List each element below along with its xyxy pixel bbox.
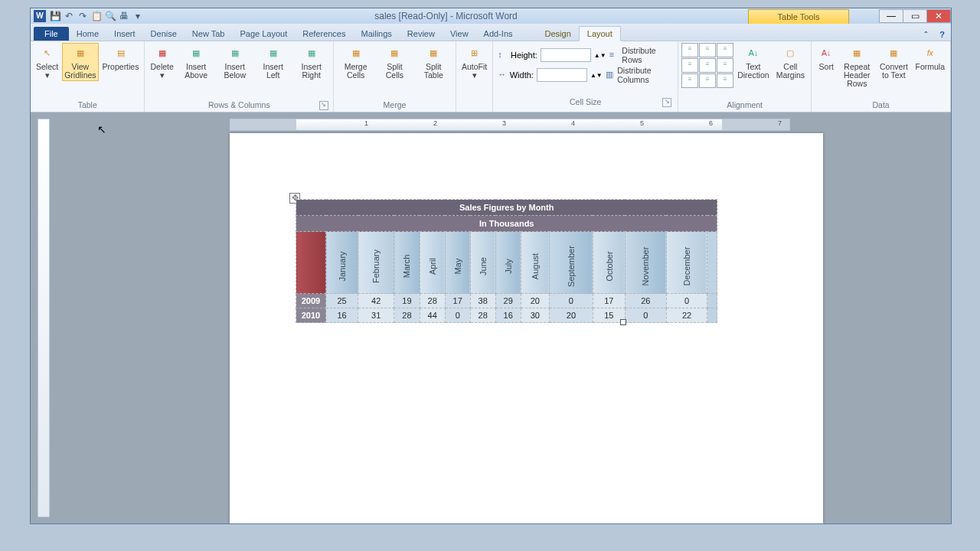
height-label: Height: [511, 51, 537, 60]
width-input[interactable] [537, 68, 587, 82]
data-cell: 22 [666, 308, 707, 323]
group-merge: ▦Merge Cells ▦Split Cells ▦Split Table M… [334, 41, 456, 112]
group-alignment: ≡≡≡≡≡≡≡≡≡ A↓Text Direction ▢Cell Margins… [678, 41, 812, 112]
table-row: 2010 16 31 28 44 0 28 16 30 20 15 0 22 [296, 308, 717, 323]
qat-paste-icon[interactable]: 📋 [90, 10, 103, 22]
cellsize-dialog-icon[interactable]: ↘ [662, 98, 671, 107]
delete-button[interactable]: ▦Delete▾ [148, 43, 175, 81]
trailing-cell [707, 232, 717, 294]
ribbon: ↖Select▾ ▦View Gridlines ▤Properties Tab… [31, 41, 951, 112]
tab-denise[interactable]: Denise [143, 27, 185, 41]
data-cell: 0 [549, 294, 593, 308]
insert-below-button[interactable]: ▦Insert Below [216, 43, 253, 81]
autofit-button[interactable]: ⊞AutoFit▾ [459, 43, 489, 81]
month-label: May [453, 255, 462, 278]
formula-icon: fx [921, 44, 939, 61]
contextual-tab-header: Table Tools [748, 9, 849, 24]
tab-design[interactable]: Design [537, 27, 579, 41]
tab-home[interactable]: Home [69, 27, 106, 41]
insert-left-icon: ▦ [264, 44, 283, 61]
sort-button[interactable]: A↓Sort [815, 43, 838, 73]
data-cell: 16 [326, 308, 358, 323]
month-header-row: January February March April May June Ju… [296, 232, 717, 294]
tab-addins[interactable]: Add-Ins [476, 27, 521, 41]
qat-redo-icon[interactable]: ↷ [77, 10, 89, 22]
data-cell: 38 [470, 294, 495, 308]
qat-preview-icon[interactable]: 🔍 [104, 10, 116, 22]
select-button[interactable]: ↖Select▾ [34, 43, 60, 81]
minimize-button[interactable]: — [879, 9, 903, 23]
text-direction-button[interactable]: A↓Text Direction [735, 43, 771, 81]
table-title: Sales Figures by Month [296, 200, 717, 216]
properties-button[interactable]: ▤Properties [100, 43, 142, 73]
split-cells-button[interactable]: ▦Split Cells [376, 43, 413, 81]
autofit-icon: ⊞ [466, 44, 484, 61]
document-title: sales [Read-Only] - Microsoft Word [144, 11, 748, 21]
repeat-header-icon: ▦ [848, 44, 866, 61]
tab-mailings[interactable]: Mailings [354, 27, 400, 41]
sales-table[interactable]: Sales Figures by Month In Thousands Janu… [296, 199, 717, 323]
year-label: 2010 [296, 308, 326, 323]
distribute-rows-icon: ≡ [609, 50, 619, 60]
qat-more-icon[interactable]: ▾ [132, 10, 144, 22]
qat-print-icon[interactable]: 🖶 [118, 10, 130, 22]
help-icon[interactable]: ? [933, 28, 951, 41]
tab-review[interactable]: Review [400, 27, 443, 41]
distribute-rows-button[interactable]: Distribute Rows [622, 46, 673, 64]
data-cell: 26 [625, 294, 666, 308]
data-cell: 19 [394, 294, 420, 308]
maximize-button[interactable]: ▭ [903, 9, 927, 23]
window-buttons: — ▭ ✕ [880, 9, 951, 23]
cell-margins-button[interactable]: ▢Cell Margins [773, 43, 808, 81]
tab-file[interactable]: File [34, 27, 69, 41]
split-table-button[interactable]: ▦Split Table [415, 43, 452, 81]
insert-above-button[interactable]: ▦Insert Above [178, 43, 215, 81]
convert-to-text-button[interactable]: ▦Convert to Text [876, 43, 911, 81]
properties-icon: ▤ [112, 44, 130, 61]
data-cell: 25 [326, 294, 358, 308]
formula-button[interactable]: fxFormula [913, 43, 948, 73]
height-input[interactable] [541, 48, 591, 62]
view-gridlines-button[interactable]: ▦View Gridlines [62, 43, 98, 81]
insert-left-button[interactable]: ▦Insert Left [255, 43, 291, 81]
merge-icon: ▦ [347, 44, 365, 61]
data-cell: 20 [521, 294, 549, 308]
insert-right-button[interactable]: ▦Insert Right [292, 43, 330, 81]
tab-layout[interactable]: Layout [579, 26, 621, 41]
text-direction-icon: A↓ [744, 44, 763, 61]
width-label: Width: [510, 70, 534, 80]
rowscols-dialog-icon[interactable]: ↘ [319, 101, 328, 110]
convert-icon: ▦ [884, 44, 903, 61]
table-resize-handle-icon[interactable] [620, 319, 626, 325]
tab-view[interactable]: View [443, 27, 476, 41]
horizontal-ruler[interactable]: 12 34 56 7 [230, 119, 790, 131]
split-table-icon: ▦ [424, 44, 443, 61]
vertical-ruler[interactable] [38, 119, 50, 517]
distribute-cols-icon: ▥ [606, 70, 615, 80]
sort-icon: A↓ [817, 44, 835, 61]
app-window: W 💾 ↶ ↷ 📋 🔍 🖶 ▾ sales [Read-Only] - Micr… [30, 8, 952, 524]
ribbon-minimize-icon[interactable]: ˆ [919, 28, 934, 41]
quick-access-toolbar: 💾 ↶ ↷ 📋 🔍 🖶 ▾ [49, 10, 144, 22]
group-label-rowscols: Rows & Columns↘ [148, 99, 330, 112]
tab-newtab[interactable]: New Tab [185, 27, 233, 41]
data-cell: 0 [445, 308, 470, 323]
merge-cells-button[interactable]: ▦Merge Cells [337, 43, 374, 81]
alignment-grid[interactable]: ≡≡≡≡≡≡≡≡≡ [681, 43, 733, 88]
group-label-alignment: Alignment [681, 99, 808, 112]
close-button[interactable]: ✕ [926, 9, 951, 23]
tab-insert[interactable]: Insert [106, 27, 143, 41]
tab-references[interactable]: References [295, 27, 353, 41]
document-page[interactable]: ✥ Sales Figures by Month In Thousands Ja… [230, 133, 823, 523]
repeat-header-button[interactable]: ▦Repeat Header Rows [839, 43, 874, 90]
data-cell: 42 [358, 294, 394, 308]
width-icon: ↔ [498, 70, 507, 80]
data-cell: 0 [625, 308, 666, 323]
qat-undo-icon[interactable]: ↶ [63, 10, 75, 22]
data-cell: 28 [394, 308, 420, 323]
month-label: June [479, 255, 488, 278]
tab-pagelayout[interactable]: Page Layout [232, 27, 295, 41]
qat-save-icon[interactable]: 💾 [49, 10, 61, 22]
group-rows-columns: ▦Delete▾ ▦Insert Above ▦Insert Below ▦In… [145, 41, 334, 112]
distribute-columns-button[interactable]: Distribute Columns [617, 66, 673, 84]
